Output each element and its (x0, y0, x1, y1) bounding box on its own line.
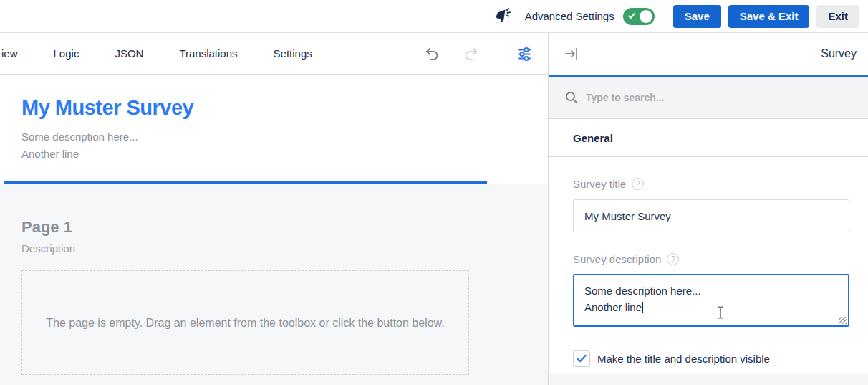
megaphone-icon (493, 7, 512, 26)
textarea-resize-handle[interactable] (839, 317, 847, 324)
top-bar: Advanced Settings Save Save & Exit Exit (0, 0, 868, 33)
section-general[interactable]: General (549, 119, 868, 157)
canvas-description-line: Some description here... (21, 128, 548, 146)
text-caret (642, 302, 643, 313)
help-icon[interactable]: ? (632, 178, 644, 190)
panel-footer (549, 373, 868, 385)
survey-creator-app: Advanced Settings Save Save & Exit Exit … (0, 0, 868, 385)
page-title[interactable]: Page 1 (21, 218, 548, 237)
survey-title-label: Survey title (573, 178, 626, 190)
tab-json[interactable]: JSON (97, 47, 161, 60)
survey-header-underline (4, 181, 487, 184)
property-search-row (549, 77, 868, 119)
page-design-surface: Page 1 Description The page is empty. Dr… (0, 184, 548, 385)
search-icon (564, 90, 579, 105)
toggle-knob (640, 10, 652, 23)
advanced-settings-label: Advanced Settings (525, 10, 614, 22)
survey-description-label: Survey description (573, 253, 661, 265)
visibility-checkbox-label: Make the title and description visible (597, 353, 770, 365)
advanced-settings-toggle[interactable] (623, 8, 655, 25)
section-general-label: General (573, 132, 613, 144)
property-grid-panel: Survey General Survey title ? Survey des… (549, 33, 868, 385)
visibility-checkbox-row[interactable]: Make the title and description visible (573, 350, 849, 367)
save-and-exit-button[interactable]: Save & Exit (728, 5, 810, 28)
empty-page-message: The page is empty. Drag an element from … (46, 314, 444, 332)
undo-icon[interactable] (423, 45, 440, 62)
canvas-survey-description[interactable]: Some description here... Another line (21, 128, 548, 163)
tab-logic[interactable]: Logic (36, 47, 97, 60)
survey-header-block[interactable]: My Muster Survey Some description here..… (0, 75, 548, 184)
tab-translations[interactable]: Translations (161, 47, 255, 60)
search-input[interactable] (586, 92, 829, 103)
survey-title-label-row: Survey title ? (573, 178, 849, 190)
mouse-ibeam-cursor (716, 305, 725, 320)
description-line: Some description here... (584, 282, 848, 299)
checkbox-checked-icon[interactable] (573, 350, 590, 367)
property-panel-title: Survey (821, 47, 857, 60)
collapse-panel-icon[interactable] (563, 45, 580, 62)
save-button[interactable]: Save (673, 5, 721, 28)
property-form: Survey title ? Survey description ? Some… (549, 157, 868, 373)
tab-preview[interactable]: iew (0, 47, 36, 60)
property-panel-header: Survey (549, 33, 868, 75)
canvas-description-line: Another line (21, 146, 548, 163)
tab-settings[interactable]: Settings (256, 47, 330, 60)
toolbar-divider (498, 40, 498, 67)
empty-page-dropzone[interactable]: The page is empty. Drag an element from … (21, 270, 469, 375)
settings-sliders-icon[interactable] (516, 45, 533, 62)
help-icon[interactable]: ? (667, 253, 679, 265)
exit-button[interactable]: Exit (816, 5, 859, 28)
canvas-survey-title[interactable]: My Muster Survey (21, 96, 548, 120)
survey-description-textarea[interactable]: Some description here... Another line (573, 274, 849, 327)
redo-icon[interactable] (463, 45, 480, 62)
toggle-check-icon (627, 11, 636, 20)
survey-description-label-row: Survey description ? (573, 253, 849, 265)
designer-area: iew Logic JSON Translations Settings (0, 33, 548, 385)
survey-title-input[interactable] (573, 199, 849, 232)
page-description[interactable]: Description (21, 242, 548, 255)
tab-bar: iew Logic JSON Translations Settings (0, 33, 548, 75)
